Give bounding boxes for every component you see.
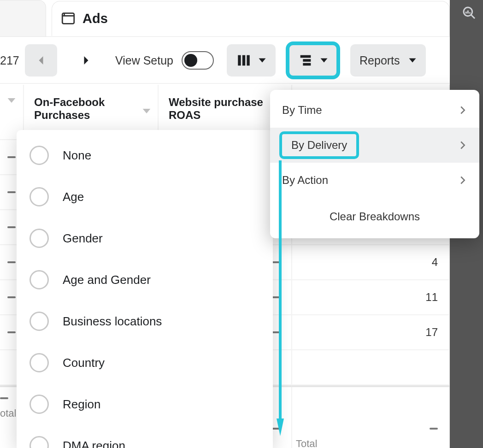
- radio-icon: [29, 229, 49, 248]
- previous-tab-edge[interactable]: [0, 0, 46, 37]
- reports-label: Reports: [359, 54, 400, 67]
- columns-button[interactable]: [227, 44, 276, 77]
- radio-icon: [29, 187, 49, 206]
- toggle-switch[interactable]: [182, 51, 214, 70]
- filter-option-dma-region[interactable]: DMA region: [17, 425, 273, 448]
- insights-magnifier-icon[interactable]: [460, 4, 478, 22]
- filter-option-age-and-gender[interactable]: Age and Gender: [17, 259, 273, 301]
- cell-value: 17: [292, 315, 450, 349]
- bd-clear-breakdowns[interactable]: Clear Breakdowns: [270, 198, 479, 236]
- radio-icon: [29, 353, 49, 372]
- bd-item-by-delivery[interactable]: By Delivery: [270, 128, 479, 163]
- filter-option-region[interactable]: Region: [17, 383, 273, 425]
- view-setup-label: View Setup: [115, 54, 173, 67]
- filter-option-business-locations[interactable]: Business locations: [17, 301, 273, 342]
- svg-rect-11: [300, 55, 311, 58]
- view-setup-toggle[interactable]: View Setup: [115, 51, 214, 70]
- toolbar: 217 View Setup Reports: [0, 38, 450, 84]
- filter-option-country[interactable]: Country: [17, 342, 273, 383]
- chevron-right-icon: [458, 141, 467, 150]
- cell-value: [292, 350, 450, 384]
- svg-rect-9: [242, 55, 245, 66]
- caret-down-icon: [7, 96, 16, 105]
- tab-label: Ads: [82, 11, 108, 26]
- svg-line-1: [471, 15, 475, 18]
- tab-bar: Ads: [0, 0, 450, 37]
- caret-down-icon: [320, 56, 328, 65]
- delivery-breakdown-panel: None Age Gender Age and Gender Business …: [17, 130, 273, 448]
- filter-option-none[interactable]: None: [17, 135, 273, 176]
- filter-option-gender[interactable]: Gender: [17, 218, 273, 259]
- radio-icon: [29, 436, 49, 448]
- reports-button[interactable]: Reports: [350, 44, 426, 77]
- prev-button[interactable]: [25, 44, 57, 77]
- svg-rect-13: [303, 63, 311, 66]
- svg-rect-12: [303, 59, 311, 62]
- radio-icon: [29, 395, 49, 414]
- bd-item-by-action[interactable]: By Action: [270, 163, 479, 198]
- filter-option-age[interactable]: Age: [17, 176, 273, 218]
- summary-label-right: Total: [296, 438, 317, 448]
- summary-label-left: otal: [0, 407, 16, 419]
- radio-icon: [29, 312, 49, 331]
- breakdown-icon: [298, 53, 313, 68]
- caret-left-icon: [37, 55, 45, 66]
- cell-value: 11: [292, 280, 450, 314]
- caret-down-icon: [258, 56, 266, 65]
- breakdown-popover: By Time By Delivery By Action Clear Brea…: [270, 90, 479, 238]
- chevron-right-icon: [458, 176, 467, 185]
- bd-item-by-time[interactable]: By Time: [270, 93, 479, 128]
- svg-rect-7: [64, 14, 65, 15]
- cell-value: 4: [292, 245, 450, 279]
- caret-right-icon: [82, 55, 90, 66]
- radio-icon: [29, 146, 49, 165]
- ad-icon: [60, 11, 76, 26]
- selection-count-fragment: 217: [0, 54, 20, 67]
- columns-icon: [236, 53, 252, 68]
- caret-down-icon: [408, 56, 417, 65]
- svg-rect-8: [238, 55, 241, 66]
- chevron-right-icon: [458, 106, 467, 115]
- radio-icon: [29, 270, 49, 289]
- tab-ads[interactable]: Ads: [52, 1, 450, 36]
- breakdown-button[interactable]: [289, 44, 337, 77]
- caret-down-icon: [142, 106, 151, 116]
- next-button[interactable]: [70, 44, 102, 77]
- svg-rect-10: [247, 55, 249, 66]
